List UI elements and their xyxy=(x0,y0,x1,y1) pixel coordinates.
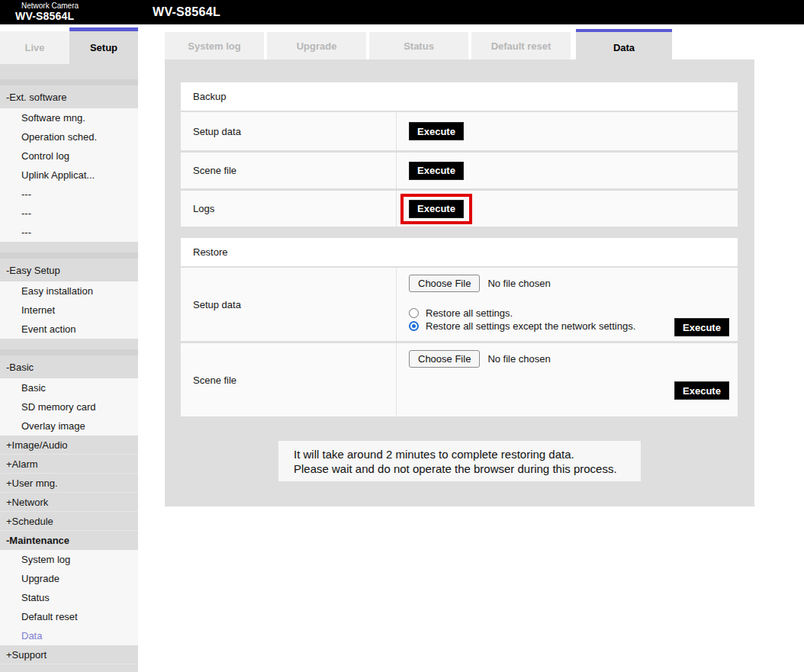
backup-section-title: Backup xyxy=(181,82,738,111)
restore-option-all-label: Restore all settings. xyxy=(426,307,513,319)
sidebar-section-schedule[interactable]: +Schedule xyxy=(0,512,138,531)
sidebar-section-ext-software[interactable]: -Ext. software xyxy=(0,85,138,108)
restore-scene-file-execute-button[interactable]: Execute xyxy=(674,381,729,400)
sidebar-spacer xyxy=(0,64,138,79)
sidebar-item-internet[interactable]: Internet xyxy=(0,301,138,320)
sidebar-items-basic: Basic SD memory card Overlay image xyxy=(0,378,138,436)
tab-system-log[interactable]: System log xyxy=(165,32,264,59)
radio-selected-icon[interactable] xyxy=(409,321,419,331)
backup-scene-file-execute-button[interactable]: Execute xyxy=(409,162,464,180)
sidebar-item-default-reset[interactable]: Default reset xyxy=(0,607,138,626)
table-row: Scene file Choose File No file chosen Ex… xyxy=(181,343,738,416)
sidebar-section-basic[interactable]: -Basic xyxy=(0,355,138,378)
radio-unselected-icon[interactable] xyxy=(409,308,419,318)
sidebar-item-operation-sched[interactable]: Operation sched. xyxy=(0,127,138,146)
sidebar-item-data[interactable]: Data xyxy=(0,626,138,645)
tab-data[interactable]: Data xyxy=(576,29,672,63)
sidebar-section-image-audio[interactable]: +Image/Audio xyxy=(0,436,138,455)
sidebar-section-support[interactable]: +Support xyxy=(0,645,138,664)
highlight-red-box: Execute xyxy=(400,194,472,224)
restore-setup-data-execute-button[interactable]: Execute xyxy=(674,318,729,336)
restore-options-group: Restore all settings. Restore all settin… xyxy=(409,306,635,332)
sidebar-item-upgrade[interactable]: Upgrade xyxy=(0,569,138,588)
sidebar-item-empty-slot: --- xyxy=(0,223,138,242)
sidebar-divider xyxy=(0,349,138,355)
sidebar-item-status[interactable]: Status xyxy=(0,588,138,607)
sidebar-divider xyxy=(0,252,138,259)
backup-logs-execute-button[interactable]: Execute xyxy=(409,200,464,218)
backup-setup-data-label: Setup data xyxy=(181,112,397,150)
nav-tab-live[interactable]: Live xyxy=(0,31,69,64)
note-line-1: It will take around 2 minutes to complet… xyxy=(294,447,641,461)
sidebar-item-overlay-image[interactable]: Overlay image xyxy=(0,416,138,436)
sidebar-item-sd-memory-card[interactable]: SD memory card xyxy=(0,397,138,416)
restore-table: Restore Setup data Choose File No file c… xyxy=(181,238,738,419)
page-model-title: WV-S8564L xyxy=(153,5,220,19)
sidebar-item-uplink-applicat[interactable]: Uplink Applicat... xyxy=(0,166,138,185)
restore-setup-data-file-input: Choose File No file chosen xyxy=(409,274,551,292)
file-status-text: No file chosen xyxy=(487,278,550,289)
sidebar-section-alarm[interactable]: +Alarm xyxy=(0,455,138,474)
restore-note: It will take around 2 minutes to complet… xyxy=(278,441,641,481)
tab-status[interactable]: Status xyxy=(369,32,468,59)
backup-setup-data-execute-button[interactable]: Execute xyxy=(409,122,464,140)
sidebar-spacer xyxy=(0,242,138,252)
nav-tab-setup[interactable]: Setup xyxy=(69,27,138,64)
sidebar-section-maintenance[interactable]: -Maintenance xyxy=(0,531,138,550)
sidebar-section-easy-setup[interactable]: -Easy Setup xyxy=(0,259,138,281)
sidebar-item-empty-slot: --- xyxy=(0,185,138,204)
sidebar-item-empty-slot: --- xyxy=(0,204,138,223)
data-page-panel: Backup Setup data Execute Scene file Exe… xyxy=(165,59,754,506)
sidebar-items-maintenance: System log Upgrade Status Default reset … xyxy=(0,550,138,645)
restore-section-title: Restore xyxy=(181,238,738,266)
restore-option-except-network[interactable]: Restore all settings except the network … xyxy=(409,320,635,332)
brand-product-label: Network Camera xyxy=(15,2,79,11)
sidebar-item-event-action[interactable]: Event action xyxy=(0,320,138,339)
sidebar-item-basic[interactable]: Basic xyxy=(0,378,138,397)
sidebar-item-easy-installation[interactable]: Easy installation xyxy=(0,281,138,301)
sidebar-item-software-mng[interactable]: Software mng. xyxy=(0,108,138,127)
table-row: Setup data Execute xyxy=(181,112,738,150)
sidebar-item-system-log[interactable]: System log xyxy=(0,550,138,569)
sidebar-divider xyxy=(0,79,138,85)
restore-setup-data-label: Setup data xyxy=(181,268,397,341)
restore-scene-file-file-input: Choose File No file chosen xyxy=(409,349,551,368)
restore-option-all[interactable]: Restore all settings. xyxy=(409,307,635,319)
file-status-text: No file chosen xyxy=(487,353,550,365)
maintenance-tabbar: System log Upgrade Status Default reset … xyxy=(165,32,672,63)
table-row: Logs Execute xyxy=(181,191,738,227)
table-row: Scene file Execute xyxy=(181,153,738,188)
backup-table: Backup Setup data Execute Scene file Exe… xyxy=(181,82,738,229)
choose-file-button[interactable]: Choose File xyxy=(409,350,480,368)
backup-logs-label: Logs xyxy=(181,191,397,227)
sidebar-items-ext-software: Software mng. Operation sched. Control l… xyxy=(0,108,138,242)
brand: Network Camera WV-S8564L xyxy=(15,2,79,21)
table-row: Setup data Choose File No file chosen Re… xyxy=(181,268,738,341)
sidebar-section-user-mng[interactable]: +User mng. xyxy=(0,474,138,493)
tab-upgrade[interactable]: Upgrade xyxy=(267,32,366,59)
sidebar-items-easy-setup: Easy installation Internet Event action xyxy=(0,281,138,339)
sidebar: -Ext. software Software mng. Operation s… xyxy=(0,64,138,672)
restore-scene-file-label: Scene file xyxy=(181,343,397,416)
restore-option-except-network-label: Restore all settings except the network … xyxy=(426,320,635,332)
backup-scene-file-label: Scene file xyxy=(181,153,397,188)
brand-model-label: WV-S8564L xyxy=(15,11,79,22)
sidebar-spacer xyxy=(0,339,138,349)
note-line-2: Please wait and do not operate the brows… xyxy=(294,461,641,476)
sidebar-item-control-log[interactable]: Control log xyxy=(0,146,138,166)
choose-file-button[interactable]: Choose File xyxy=(409,275,480,292)
topbar: Network Camera WV-S8564L WV-S8564L xyxy=(0,0,804,24)
camera-admin-screen: Network Camera WV-S8564L WV-S8564L Live … xyxy=(0,0,804,672)
tab-default-reset[interactable]: Default reset xyxy=(471,32,571,59)
sidebar-section-network[interactable]: +Network xyxy=(0,493,138,512)
